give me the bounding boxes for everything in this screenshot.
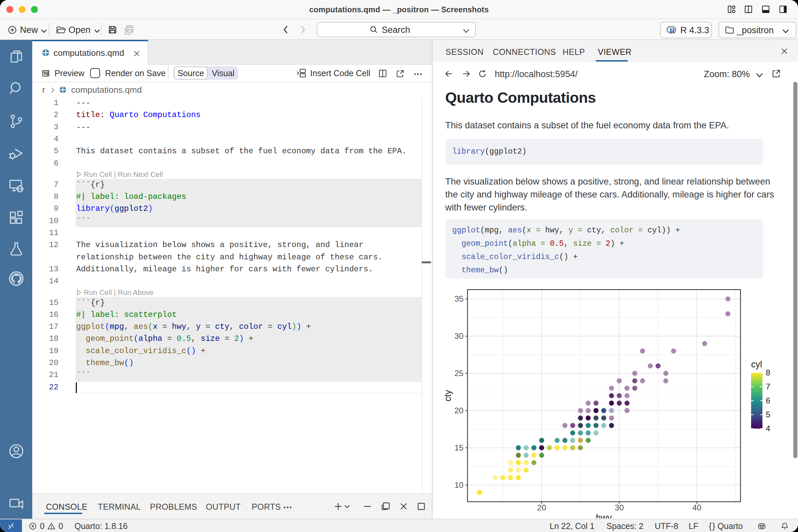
svg-text:35: 35 [455,294,463,303]
svg-text:hwy: hwy [596,513,612,518]
svg-text:20: 20 [537,503,546,512]
svg-text:30: 30 [455,331,463,341]
svg-text:cty: cty [443,390,453,401]
svg-text:7: 7 [766,382,771,391]
svg-text:R: R [669,26,675,35]
svg-text:20: 20 [455,406,463,415]
svg-text:6: 6 [766,396,771,405]
svg-text:10: 10 [455,480,463,490]
svg-text:8: 8 [766,368,771,377]
svg-text:cyl: cyl [751,359,762,369]
svg-text:15: 15 [455,443,463,452]
svg-text:5: 5 [766,410,771,419]
svg-text:30: 30 [615,503,624,512]
svg-text:25: 25 [455,369,463,378]
svg-text:40: 40 [692,503,701,512]
svg-text:4: 4 [766,424,771,433]
